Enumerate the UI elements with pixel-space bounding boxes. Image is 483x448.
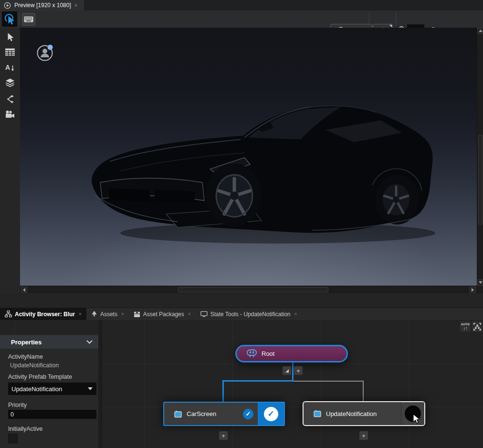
properties-header[interactable]: Properties — [0, 335, 98, 349]
chevron-down-icon — [86, 340, 93, 344]
preview-viewport[interactable] — [20, 28, 477, 286]
prefab-template-label: Activity Prefab Template — [8, 373, 72, 380]
collapse-triangle-icon — [285, 369, 289, 373]
rear-wheel — [375, 175, 419, 224]
asset-packages-icon — [134, 311, 140, 318]
activity-browser-icon — [5, 310, 12, 318]
connector-root-stem — [292, 362, 294, 381]
tab-preview-label: Preview [1920 x 1080] — [14, 2, 71, 9]
tab-activity-browser[interactable]: Activity Browser: Blur × — [0, 308, 86, 320]
activated-check-icon: ✓ — [264, 407, 278, 421]
connector-root-updatenotification — [294, 381, 364, 382]
keyboard-tool-button[interactable] — [22, 13, 35, 26]
horizontal-scroll-thumb[interactable] — [178, 287, 328, 292]
graph-node-carscreen[interactable]: CarScreen ✓ ✓ — [163, 402, 285, 426]
arrow-right-icon — [472, 288, 474, 292]
add-child-button[interactable]: + — [294, 366, 303, 375]
keyboard-icon — [24, 16, 33, 22]
preview-toolbar: Restart 50% — [0, 11, 483, 28]
car-3d-render — [20, 28, 477, 286]
text-tool-button[interactable]: A — [5, 63, 15, 74]
tab-label: Assets — [100, 311, 117, 318]
vertical-scroll-thumb[interactable] — [478, 135, 483, 224]
camera-tool-button[interactable] — [5, 110, 15, 120]
auto-layout-button[interactable]: AUTO ↓↑ — [460, 321, 471, 332]
root-activity-icon — [246, 349, 257, 358]
activity-name-label: ActivityName — [8, 353, 43, 360]
svg-text:A: A — [5, 64, 10, 71]
application-window: Preview [1920 x 1080] × — [0, 0, 483, 448]
initially-active-label: InitiallyActive — [8, 426, 42, 432]
table-icon — [5, 48, 15, 56]
connector-root-updatenotification — [363, 381, 364, 401]
screen-activity-icon — [174, 410, 182, 418]
collapse-children-button[interactable] — [283, 366, 291, 375]
auto-layout-arrows-icon: ↓↑ — [463, 326, 468, 331]
scroll-right-button[interactable] — [470, 287, 476, 293]
connector-root-carscreen — [222, 380, 294, 382]
tab-asset-packages[interactable]: Asset Packages × — [129, 308, 196, 320]
prefab-template-dropdown[interactable]: UpdateNotification — [8, 383, 96, 395]
pointer-tool-button[interactable] — [6, 32, 15, 44]
priority-label: Priority — [8, 402, 27, 408]
tab-close-icon[interactable]: × — [188, 311, 191, 317]
graph-node-updatenotification[interactable]: UpdateNotification — [303, 401, 425, 426]
front-wheel — [206, 163, 261, 226]
toolbar-separator — [19, 13, 20, 25]
initially-active-checkbox[interactable] — [8, 434, 18, 443]
activity-name-value: UpdateNotification — [10, 362, 59, 369]
add-child-button[interactable]: + — [359, 431, 368, 440]
screen-activity-icon — [313, 410, 322, 417]
graph-node-root[interactable]: Root — [235, 345, 348, 363]
state-tools-icon — [200, 311, 208, 317]
toolbar-separator — [369, 13, 369, 25]
arrow-left-icon — [23, 288, 25, 292]
assets-icon — [91, 310, 97, 318]
text-move-icon: A — [5, 63, 15, 72]
branch-tool-button[interactable] — [6, 95, 14, 106]
prefab-template-value: UpdateNotification — [11, 385, 62, 393]
scrollbar-corner — [477, 286, 483, 293]
side-tool-strip: A — [0, 28, 20, 286]
panel-splitter[interactable] — [98, 320, 102, 448]
node-body[interactable]: UpdateNotification — [304, 402, 401, 425]
mouse-cursor-icon — [411, 414, 421, 425]
fit-view-button[interactable] — [472, 321, 483, 332]
node-state-zone[interactable]: ✓ — [258, 403, 284, 425]
tab-state-tools[interactable]: State Tools - UpdateNotification × — [196, 308, 302, 320]
layers-tool-button[interactable] — [5, 78, 15, 89]
camera-icon — [5, 110, 15, 118]
dropdown-caret-icon — [88, 387, 93, 390]
tab-preview[interactable]: Preview [1920 x 1080] × — [0, 0, 84, 11]
node-label: UpdateNotification — [326, 410, 377, 417]
tab-assets[interactable]: Assets × — [86, 308, 129, 320]
scroll-left-button[interactable] — [21, 287, 27, 293]
properties-panel: Properties ActivityName UpdateNotificati… — [0, 334, 98, 448]
tab-close-icon[interactable]: × — [294, 311, 297, 317]
tab-close-icon[interactable]: × — [121, 311, 124, 317]
node-body[interactable]: CarScreen ✓ — [164, 403, 258, 425]
scroll-down-button[interactable] — [477, 279, 483, 286]
fit-view-icon — [473, 323, 481, 331]
scroll-up-button[interactable] — [477, 28, 483, 34]
tab-label: State Tools - UpdateNotification — [210, 311, 291, 318]
avatar-notification-icon[interactable] — [35, 43, 54, 62]
branch-icon — [6, 95, 14, 104]
tab-label: Activity Browser: Blur — [15, 311, 75, 318]
priority-input[interactable] — [8, 410, 96, 419]
toolbar-separator — [396, 13, 396, 25]
notification-dot — [48, 45, 53, 50]
tab-close-icon[interactable]: × — [79, 311, 82, 317]
node-label: CarScreen — [187, 410, 216, 417]
add-child-button[interactable]: + — [219, 431, 228, 440]
table-tool-button[interactable] — [5, 48, 15, 58]
play-circle-icon — [4, 2, 11, 9]
preview-horizontal-scrollbar[interactable] — [20, 286, 477, 293]
pointer-icon — [6, 32, 15, 43]
top-tab-bar: Preview [1920 x 1080] × — [0, 0, 483, 11]
tab-close-icon[interactable]: × — [74, 3, 77, 8]
interaction-tool-button[interactable] — [2, 11, 17, 27]
tab-label: Asset Packages — [143, 311, 184, 318]
active-check-badge[interactable]: ✓ — [243, 409, 253, 419]
preview-vertical-scrollbar[interactable] — [477, 28, 483, 286]
